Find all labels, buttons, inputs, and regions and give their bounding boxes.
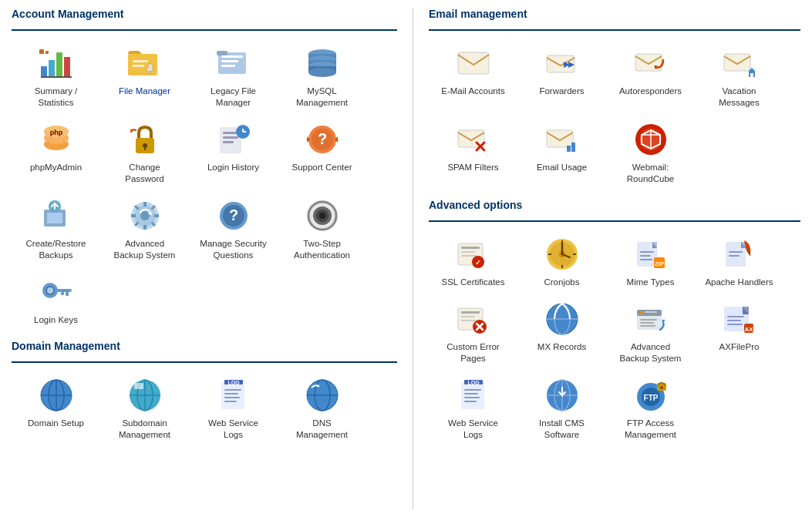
svg-rect-32 [223, 141, 234, 143]
cronjobs-label: Cronjobs [544, 277, 579, 288]
svg-rect-90 [547, 130, 573, 147]
svg-rect-125 [729, 255, 740, 257]
sidebar-item-subdomain-management[interactable]: SubdomainManagement [100, 371, 189, 447]
advanced-options-grid: ✓ SSL Certificates [429, 230, 800, 447]
svg-rect-86 [750, 73, 753, 77]
sidebar-item-cronjobs[interactable]: Cronjobs [517, 230, 606, 294]
sidebar-item-phpmyadmin[interactable]: php phpMyAdmin [12, 115, 100, 191]
sidebar-item-legacy-file-manager[interactable]: Legacy FileManager [189, 39, 278, 115]
svg-rect-74 [224, 393, 238, 394]
svg-rect-57 [66, 292, 69, 296]
sidebar-item-web-service-logs2[interactable]: LOG Web ServiceLogs [429, 371, 517, 447]
two-step-authentication-icon [304, 197, 341, 234]
sidebar-item-autoresponders[interactable]: Autoresponders [606, 39, 695, 115]
sidebar-item-ssl-certificates[interactable]: ✓ SSL Certificates [429, 230, 517, 294]
svg-rect-129 [461, 316, 475, 317]
sidebar-item-axfilepro[interactable]: AX AXFilePro [695, 294, 783, 371]
svg-rect-149 [727, 316, 744, 317]
svg-rect-73 [224, 389, 241, 391]
svg-rect-117 [640, 255, 651, 257]
svg-rect-118 [640, 259, 652, 260]
sidebar-item-advanced-backup-system[interactable]: AdvancedBackup System [100, 191, 189, 267]
svg-rect-158 [464, 393, 478, 394]
email-usage-label: Email Usage [537, 162, 587, 173]
svg-rect-69 [134, 383, 143, 389]
svg-point-169 [660, 386, 663, 389]
email-accounts-label: E-Mail Accounts [441, 86, 504, 97]
svg-point-53 [319, 213, 325, 219]
sidebar-item-create-restore-backups[interactable]: Create/RestoreBackups [12, 191, 100, 267]
sidebar-item-mx-records[interactable]: MX Records [517, 294, 606, 371]
svg-rect-85 [724, 54, 750, 71]
phpmyadmin-icon: php [38, 121, 75, 158]
svg-rect-75 [224, 397, 240, 398]
domain-setup-icon [38, 377, 75, 414]
phpmyadmin-label: phpMyAdmin [30, 162, 82, 173]
create-restore-backups-label: Create/RestoreBackups [26, 238, 86, 261]
sidebar-item-mysql-management[interactable]: MySQLManagement [278, 39, 366, 115]
sidebar-item-two-step-authentication[interactable]: Two-StepAuthentication [278, 191, 366, 267]
cronjobs-icon [544, 236, 581, 273]
support-center-label: Support Center [292, 162, 352, 173]
manage-security-questions-icon: ? [215, 197, 252, 234]
sidebar-item-webmail-roundcube[interactable]: Webmail:RoundCube [606, 115, 695, 191]
svg-rect-100 [461, 251, 475, 253]
sidebar-item-summary-statistics[interactable]: Summary /Statistics [12, 39, 100, 115]
svg-rect-128 [461, 311, 480, 314]
svg-point-59 [47, 287, 53, 294]
spam-filters-label: SPAM Filters [447, 162, 498, 173]
summary-statistics-label: Summary /Statistics [35, 86, 78, 109]
svg-rect-2 [56, 52, 62, 77]
svg-rect-130 [461, 320, 477, 321]
sidebar-item-login-keys[interactable]: Login Keys [12, 267, 100, 332]
login-history-label: Login History [207, 162, 259, 173]
ftp-access-management-icon: FTP [632, 377, 669, 414]
sidebar-item-advanced-backup-system2[interactable]: AdvancedBackup System [606, 294, 695, 371]
ssl-certificates-icon: ✓ [455, 236, 492, 273]
axfilepro-icon: AX [721, 300, 758, 337]
svg-rect-157 [464, 389, 481, 391]
sidebar-item-ftp-access-management[interactable]: FTP FTP AccessManagement [606, 371, 695, 447]
sidebar-item-manage-security-questions[interactable]: ? Manage SecurityQuestions [189, 191, 278, 267]
sidebar-item-spam-filters[interactable]: SPAM Filters [429, 115, 517, 191]
sidebar-item-support-center[interactable]: ? Support Center [278, 115, 366, 191]
svg-rect-154 [461, 381, 484, 409]
sidebar-item-web-service-logs[interactable]: LOG Web ServiceLogs [189, 371, 278, 447]
change-password-label: ChangePassword [125, 162, 164, 185]
svg-rect-11 [221, 55, 243, 58]
sidebar-item-forwarders[interactable]: Forwarders [517, 39, 606, 115]
svg-text:LOG: LOG [227, 380, 240, 385]
advanced-backup-system-label: AdvancedBackup System [114, 238, 176, 261]
svg-rect-28 [144, 146, 146, 150]
file-manager-icon [126, 45, 163, 82]
apache-handlers-icon [721, 236, 758, 273]
mime-types-label: Mime Types [627, 277, 675, 288]
svg-rect-4 [39, 49, 44, 54]
svg-rect-5 [45, 51, 49, 54]
svg-rect-14 [217, 51, 227, 55]
sidebar-item-mime-types[interactable]: ZIP Mime Types [606, 230, 695, 294]
sidebar-item-change-password[interactable]: ChangePassword [100, 115, 189, 191]
sidebar-item-login-history[interactable]: Login History [189, 115, 278, 191]
sidebar-item-domain-setup[interactable]: Domain Setup [12, 371, 100, 447]
account-management-title: Account Management [12, 8, 397, 23]
svg-rect-70 [221, 381, 244, 409]
sidebar-item-install-cms-software[interactable]: Install CMSSoftware [517, 371, 606, 447]
svg-text:FTP: FTP [643, 394, 658, 402]
sidebar-item-custom-error-pages[interactable]: Custom ErrorPages [429, 294, 517, 371]
sidebar-item-apache-handlers[interactable]: Apache Handlers [695, 230, 783, 294]
account-management-grid: Summary /Statistics [12, 39, 397, 332]
subdomain-management-icon [126, 377, 163, 414]
spam-filters-icon [455, 121, 492, 158]
ssl-certificates-label: SSL Certificates [441, 277, 504, 288]
svg-text:AX: AX [744, 326, 753, 333]
sidebar-item-email-accounts[interactable]: E-Mail Accounts [429, 39, 517, 115]
sidebar-item-email-usage[interactable]: Email Usage [517, 115, 606, 191]
svg-rect-40 [47, 213, 62, 223]
svg-text:?: ? [317, 130, 326, 147]
sidebar-item-file-manager[interactable]: File Manager [100, 39, 189, 115]
svg-rect-9 [133, 65, 144, 67]
svg-rect-8 [133, 60, 148, 62]
sidebar-item-dns-management[interactable]: DNSManagement [278, 371, 366, 447]
sidebar-item-vacation-messages[interactable]: VacationMessages [695, 39, 783, 115]
